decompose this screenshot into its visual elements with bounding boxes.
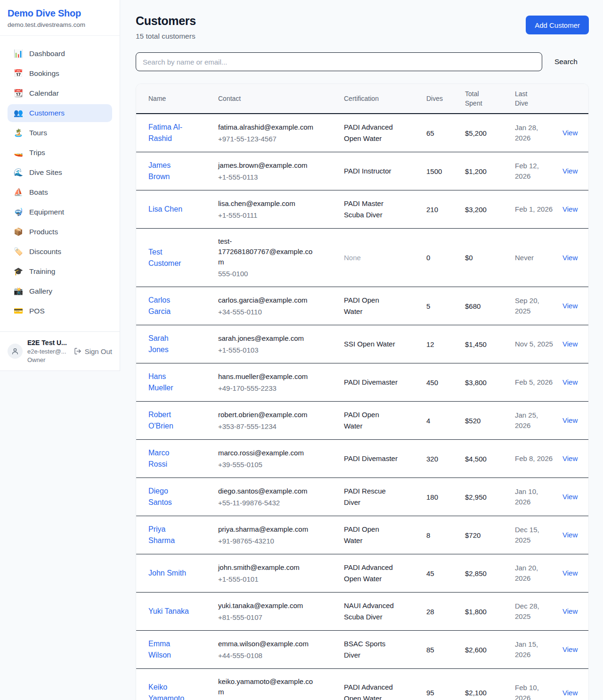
customer-name-link[interactable]: James Brown (148, 161, 171, 181)
customer-name-link[interactable]: John Smith (148, 569, 186, 577)
customer-name-link[interactable]: Carlos Garcia (148, 296, 171, 315)
customer-phone: 555-0100 (218, 269, 314, 279)
sidebar-item-label: Calendar (29, 89, 59, 98)
customer-dives: 210 (426, 190, 465, 229)
view-link[interactable]: View (562, 645, 578, 653)
customer-name-link[interactable]: Fatima Al-Rashid (148, 123, 182, 142)
sidebar-item-bookings[interactable]: 📅 Bookings (8, 65, 112, 82)
view-link[interactable]: View (562, 689, 578, 697)
view-link[interactable]: View (562, 254, 578, 262)
search-button[interactable]: Search (542, 58, 589, 66)
customer-phone: +1-555-0103 (218, 345, 314, 355)
table-header-row: NameContactCertificationDivesTotal Spent… (136, 84, 589, 114)
diving-mask-icon: 🤿 (14, 208, 23, 216)
sidebar-item-equipment[interactable]: 🤿 Equipment (8, 203, 112, 221)
customer-name-link[interactable]: Diego Santos (148, 487, 172, 506)
user-role: Owner (27, 356, 69, 363)
view-link[interactable]: View (562, 416, 578, 424)
customer-dives: 65 (426, 114, 465, 152)
customer-email: james.brown@example.com (218, 160, 314, 171)
sign-out-icon (74, 347, 81, 355)
view-link[interactable]: View (562, 302, 578, 310)
customer-last-dive: Jan 15, 2026 (515, 631, 562, 669)
customer-email: fatima.alrashid@example.com (218, 122, 314, 132)
customer-name-link[interactable]: Hans Mueller (148, 372, 173, 392)
sidebar-item-products[interactable]: 📦 Products (8, 223, 112, 241)
view-link[interactable]: View (562, 205, 578, 213)
customer-phone: +39-555-0105 (218, 460, 314, 470)
customer-certification: PADI Advanced Open Water (344, 554, 426, 593)
view-link[interactable]: View (562, 569, 578, 577)
customer-name-link[interactable]: Yuki Tanaka (148, 607, 189, 615)
customer-certification: PADI Instructor (344, 152, 426, 190)
sailboat-icon: ⛵ (14, 189, 23, 196)
sidebar-item-label: Training (29, 267, 55, 276)
view-link[interactable]: View (562, 607, 578, 615)
sidebar-item-gallery[interactable]: 📸 Gallery (8, 282, 112, 300)
sidebar-item-trips[interactable]: 🚤 Trips (8, 144, 112, 162)
table-row: Robert O'Brien robert.obrien@example.com… (136, 402, 589, 440)
customer-phone: +1-555-0113 (218, 172, 314, 182)
sidebar-item-pos[interactable]: 💳 POS (8, 302, 112, 320)
table-row: Carlos Garcia carlos.garcia@example.com … (136, 287, 589, 325)
sidebar-item-tours[interactable]: 🏝️ Tours (8, 124, 112, 142)
customer-last-dive: Feb 12, 2026 (515, 152, 562, 190)
table-row: Lisa Chen lisa.chen@example.com +1-555-0… (136, 190, 589, 229)
customer-name-link[interactable]: Test Customer (148, 248, 181, 267)
table-row: Diego Santos diego.santos@example.com +5… (136, 478, 589, 516)
user-name: E2E Test U... (27, 339, 69, 346)
customer-email: carlos.garcia@example.com (218, 295, 314, 305)
sidebar-item-calendar[interactable]: 📆 Calendar (8, 84, 112, 102)
customer-phone: +1-555-0111 (218, 210, 314, 221)
customer-dives: 0 (426, 229, 465, 287)
customer-name-link[interactable]: Priya Sharma (148, 525, 175, 544)
sidebar-item-discounts[interactable]: 🏷️ Discounts (8, 243, 112, 261)
sidebar-item-customers[interactable]: 👥 Customers (8, 104, 112, 122)
customer-name-link[interactable]: Lisa Chen (148, 205, 182, 213)
column-header-certification: Certification (344, 84, 426, 114)
customer-phone: +49-170-555-2233 (218, 383, 314, 394)
customer-total-spent: $680 (465, 287, 515, 325)
view-link[interactable]: View (562, 167, 578, 175)
column-header-dives: Dives (426, 84, 465, 114)
customers-table: NameContactCertificationDivesTotal Spent… (136, 84, 589, 700)
customer-total-spent: $2,100 (465, 669, 515, 700)
page-title: Customers (136, 14, 196, 28)
sidebar-item-label: Products (29, 228, 58, 236)
customer-certification: PADI Master Scuba Diver (344, 190, 426, 229)
customer-name-link[interactable]: Keiko Yamamoto (148, 683, 184, 700)
brand-name: Demo Dive Shop (8, 8, 112, 19)
view-link[interactable]: View (562, 378, 578, 386)
table-row: Yuki Tanaka yuki.tanaka@example.com +81-… (136, 593, 589, 631)
add-customer-button[interactable]: Add Customer (526, 16, 589, 34)
table-row: Keiko Yamamoto keiko.yamamoto@example.co… (136, 669, 589, 700)
view-link[interactable]: View (562, 454, 578, 462)
customer-dives: 450 (426, 363, 465, 402)
customer-name-link[interactable]: Sarah Jones (148, 334, 169, 354)
view-link[interactable]: View (562, 493, 578, 501)
customer-name-link[interactable]: Marco Rossi (148, 449, 169, 468)
customer-email: hans.mueller@example.com (218, 371, 314, 382)
customer-phone: +81-555-0107 (218, 612, 314, 623)
customer-last-dive: Jan 28, 2026 (515, 114, 562, 152)
sidebar-item-dashboard[interactable]: 📊 Dashboard (8, 45, 112, 63)
sidebar-nav: 📊 Dashboard 📅 Bookings 📆 Calendar 👥 Cust… (0, 36, 120, 331)
sidebar-item-label: Dashboard (29, 49, 65, 58)
sign-out-button[interactable]: Sign Out (74, 347, 112, 355)
view-link[interactable]: View (562, 531, 578, 539)
table-row: Test Customer test-1772681807767@example… (136, 229, 589, 287)
user-email: e2e-tester@... (27, 348, 69, 355)
search-input[interactable] (136, 52, 542, 71)
customer-dives: 45 (426, 554, 465, 593)
bar-chart-icon: 📊 (14, 50, 23, 58)
customer-name-link[interactable]: Emma Wilson (148, 640, 171, 659)
sidebar-item-dive-sites[interactable]: 🌊 Dive Sites (8, 164, 112, 181)
customer-total-spent: $0 (465, 229, 515, 287)
view-link[interactable]: View (562, 340, 578, 348)
view-link[interactable]: View (562, 129, 578, 137)
sidebar-item-training[interactable]: 🎓 Training (8, 263, 112, 280)
customer-name-link[interactable]: Robert O'Brien (148, 411, 173, 430)
customer-phone: +91-98765-43210 (218, 536, 314, 546)
sidebar-item-boats[interactable]: ⛵ Boats (8, 183, 112, 201)
customer-total-spent: $5,200 (465, 114, 515, 152)
